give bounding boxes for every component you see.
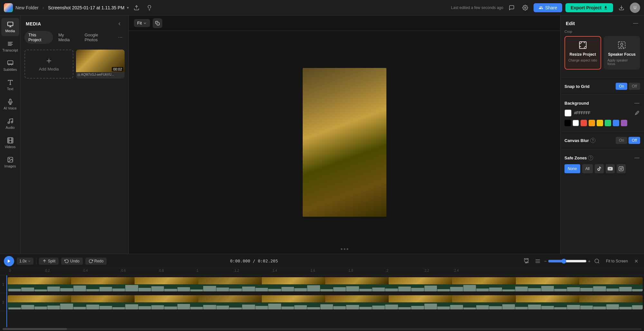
topbar: New Folder › Screenshot 2025-01-17 at 1.… — [0, 0, 644, 15]
media-panel: MEDIA This Project My Media Google Photo… — [21, 15, 129, 254]
swatch-orange[interactable] — [589, 120, 595, 126]
waveform-bar — [138, 288, 151, 291]
sidebar-item-videos[interactable]: Videos — [1, 134, 19, 152]
waveform-bar — [307, 307, 320, 309]
search-zoom-icon[interactable] — [592, 257, 601, 266]
magnetic-icon[interactable] — [522, 257, 531, 266]
tab-my-media[interactable]: My Media — [54, 31, 80, 44]
track-1-content[interactable]: (function(){ const bars = [8,12,6,15,10,… — [8, 277, 643, 291]
timeline-close-button[interactable] — [632, 257, 640, 265]
split-button[interactable]: Split — [39, 258, 59, 265]
sidebar-item-subtitles[interactable]: Subtitles — [1, 57, 19, 75]
title-dropdown-arrow[interactable]: ▾ — [127, 5, 129, 10]
scrollbar-thumb[interactable] — [3, 328, 67, 330]
playhead[interactable] — [6, 275, 7, 327]
edit-status: Last edited a few seconds ago — [451, 5, 503, 10]
snap-to-grid-label: Snap to Grid — [564, 84, 590, 89]
waveform-bar — [164, 289, 177, 291]
safe-zone-all-button[interactable]: All — [582, 164, 593, 173]
right-panel-collapse-button[interactable]: — — [632, 20, 639, 26]
fit-to-screen-button[interactable]: Fit to Screen — [603, 258, 630, 265]
scrollbar-track[interactable] — [3, 328, 641, 330]
resize-project-card[interactable]: Resize Project Change aspect ratio — [564, 36, 601, 70]
sidebar-item-audio[interactable]: Audio — [1, 115, 19, 133]
track-thumb-cell — [135, 277, 198, 284]
track-2-content[interactable]: (function(){ const bars = [6,14,9,12,18,… — [8, 295, 643, 309]
blur-on-button[interactable]: On — [616, 137, 627, 144]
media-panel-collapse-button[interactable] — [116, 20, 123, 28]
bg-hex-value: #FFFFFF — [574, 111, 631, 115]
snap-on-button[interactable]: On — [616, 83, 627, 90]
divider-2 — [561, 94, 644, 95]
avatar[interactable]: U — [630, 3, 640, 13]
sidebar-item-images[interactable]: Images — [1, 153, 19, 171]
eyedropper-icon[interactable] — [634, 110, 640, 116]
speaker-focus-card[interactable]: Speaker Focus Apply speaker focus — [604, 36, 640, 70]
sidebar-item-text[interactable]: Text — [1, 76, 19, 94]
tiktok-icon[interactable] — [595, 164, 604, 173]
sidebar-item-transcript[interactable]: Transcript — [1, 37, 19, 55]
svg-point-1 — [525, 7, 526, 8]
zoom-range-input[interactable] — [548, 259, 587, 264]
sidebar-item-media[interactable]: Media — [1, 18, 19, 36]
lightbulb-icon[interactable] — [144, 3, 155, 13]
sidebar-item-ai-voice[interactable]: AI Voice — [1, 95, 19, 113]
speed-button[interactable]: 1.0x — [17, 258, 33, 265]
safe-zone-none-button[interactable]: None — [564, 164, 580, 173]
waveform-bar — [398, 307, 411, 309]
media-grid: Add Media 00:02 ▤ AQM7cGJ-weFUkVU... — [21, 47, 128, 81]
ruler-mark-12: :2.4 — [453, 269, 459, 272]
waveform-bar — [346, 305, 359, 309]
swatch-blue[interactable] — [613, 120, 619, 126]
media-thumbnail[interactable]: 00:02 ▤ AQM7cGJ-weFUkVU... — [76, 50, 125, 79]
swatch-white[interactable] — [573, 120, 579, 126]
add-media-button[interactable]: Add Media — [24, 50, 73, 79]
waveform-bar — [385, 305, 398, 309]
waveform-bar — [437, 307, 450, 309]
chat-button[interactable] — [507, 3, 517, 13]
share-button[interactable]: Share — [534, 3, 562, 12]
blur-off-button[interactable]: Off — [629, 137, 640, 144]
settings-gear-icon[interactable] — [520, 3, 530, 13]
redo-button[interactable]: Redo — [85, 258, 107, 265]
canvas-area: Fit — [129, 15, 560, 254]
safe-zones-help-icon[interactable]: ? — [588, 155, 593, 160]
divider-4 — [561, 149, 644, 149]
topbar-right: Last edited a few seconds ago Share Expo… — [451, 3, 640, 13]
canvas-blur-help-icon[interactable]: ? — [590, 138, 595, 143]
swatch-yellow[interactable] — [597, 120, 603, 126]
snap-off-button[interactable]: Off — [629, 83, 640, 90]
swatch-black[interactable] — [564, 120, 571, 126]
swatch-purple[interactable] — [621, 120, 627, 126]
undo-button[interactable]: Undo — [61, 258, 83, 265]
upload-button[interactable] — [131, 3, 142, 13]
bg-color-swatch[interactable] — [564, 109, 572, 117]
copy-frame-button[interactable] — [153, 18, 162, 28]
waveform-bar — [268, 289, 281, 291]
export-button[interactable]: Export Project — [565, 3, 613, 12]
instagram-icon[interactable] — [617, 164, 626, 173]
thumbnail-duration: 00:02 — [112, 67, 123, 71]
download-icon[interactable] — [616, 3, 627, 13]
waveform-bar — [450, 287, 463, 291]
safe-zones-collapse-button[interactable]: — — [634, 155, 640, 161]
waveform-bar — [164, 307, 177, 309]
tab-google-photos[interactable]: Google Photos — [81, 31, 115, 44]
swatch-green[interactable] — [605, 120, 611, 126]
media-tabs-more-button[interactable]: ··· — [116, 33, 125, 42]
background-collapse-button[interactable]: — — [634, 100, 640, 106]
waveform-bar — [60, 288, 73, 291]
tab-this-project[interactable]: This Project — [24, 31, 53, 44]
youtube-icon[interactable] — [606, 164, 615, 173]
right-panel-header: Edit — — [561, 15, 644, 30]
waveform-bar — [554, 289, 567, 291]
track-thumb-cell — [516, 277, 579, 284]
track-thumb-cell — [71, 277, 135, 284]
fit-tracks-icon[interactable] — [533, 257, 542, 266]
play-button[interactable] — [4, 256, 14, 266]
fit-dropdown-button[interactable]: Fit — [134, 19, 150, 27]
blur-toggle-group: On Off — [616, 137, 640, 144]
waveform-bar — [86, 305, 99, 309]
swatch-red[interactable] — [581, 120, 587, 126]
canvas-blur-label-row: Canvas Blur ? — [564, 138, 595, 143]
